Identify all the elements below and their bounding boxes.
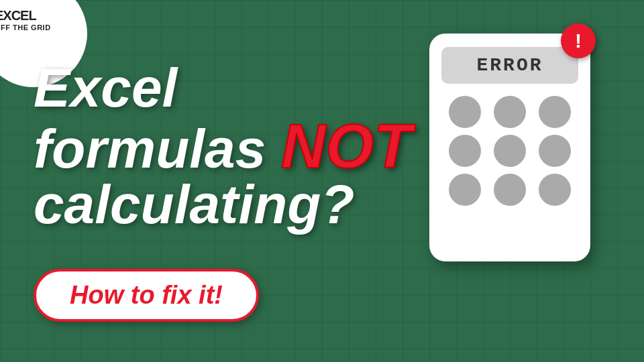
headline-line1: Excel bbox=[34, 60, 411, 115]
headline-not: NOT bbox=[281, 112, 411, 180]
main-headline: Excel formulas NOT calculating? bbox=[34, 60, 411, 232]
headline-line2: formulas NOT bbox=[34, 115, 411, 177]
calc-btn-7 bbox=[449, 174, 481, 206]
calc-btn-6 bbox=[539, 135, 571, 167]
calculator-buttons bbox=[441, 96, 578, 206]
calc-btn-3 bbox=[539, 96, 571, 128]
cta-label: How to fix it! bbox=[70, 281, 223, 310]
logo-subtitle: OFF THE GRID bbox=[0, 23, 51, 32]
alert-symbol: ! bbox=[575, 31, 582, 51]
calculator: ERROR bbox=[429, 34, 590, 261]
calc-btn-1 bbox=[449, 96, 481, 128]
calc-btn-5 bbox=[494, 135, 526, 167]
calc-btn-9 bbox=[539, 174, 571, 206]
headline-line3: calculating? bbox=[34, 177, 411, 232]
calc-btn-2 bbox=[494, 96, 526, 128]
logo-text: EXCEL OFF THE GRID bbox=[0, 8, 51, 32]
cta-button[interactable]: How to fix it! bbox=[34, 269, 259, 322]
logo-brand: EXCEL bbox=[0, 8, 36, 23]
alert-badge: ! bbox=[561, 23, 596, 58]
calculator-screen: ERROR bbox=[441, 47, 578, 84]
calc-btn-8 bbox=[494, 174, 526, 206]
calc-btn-4 bbox=[449, 135, 481, 167]
